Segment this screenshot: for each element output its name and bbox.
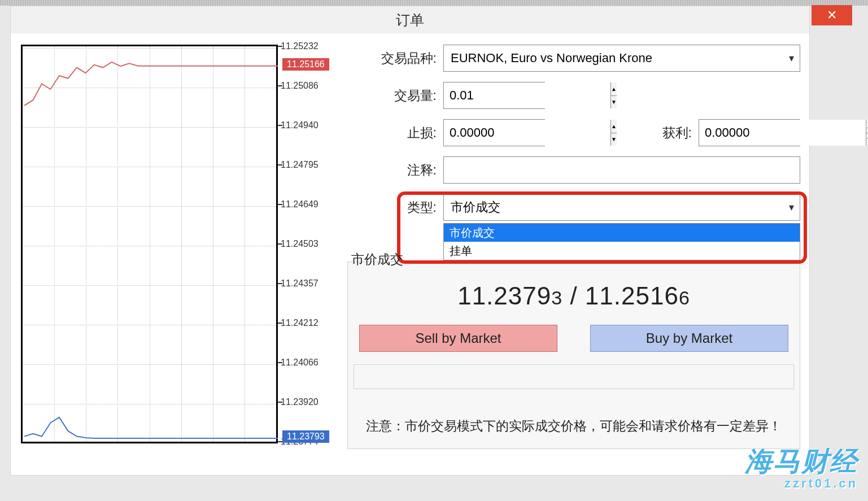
price-quote: 11.23793 / 11.25166 bbox=[354, 282, 794, 310]
takeprofit-label: 获利: bbox=[631, 124, 699, 142]
ask-price-badge: 11.25166 bbox=[282, 58, 329, 71]
status-bar bbox=[354, 364, 794, 389]
y-tick: 11.24357 bbox=[281, 278, 319, 289]
comment-input[interactable] bbox=[443, 156, 800, 184]
type-select[interactable]: 市价成交 ▾ bbox=[443, 194, 800, 221]
symbol-select[interactable]: EURNOK, Euro vs Norwegian Krone ▾ bbox=[443, 45, 800, 72]
chevron-down-icon: ▾ bbox=[789, 201, 794, 214]
order-window: 订单 ✕ 11.2523211.2508611.2494011.2479511.… bbox=[10, 6, 810, 476]
symbol-value: EURNOK, Euro vs Norwegian Krone bbox=[451, 51, 652, 66]
type-dropdown[interactable]: 市价成交挂单 bbox=[443, 223, 800, 260]
volume-label: 交易量: bbox=[347, 87, 443, 104]
volume-down[interactable]: ▼ bbox=[611, 96, 617, 109]
buy-button[interactable]: Buy by Market bbox=[590, 325, 788, 352]
y-tick: 11.24649 bbox=[281, 199, 319, 210]
y-tick: 11.25232 bbox=[281, 41, 319, 51]
titlebar: 订单 bbox=[11, 6, 809, 33]
y-tick: 11.24212 bbox=[281, 318, 319, 328]
takeprofit-stepper[interactable]: ▲ ▼ bbox=[699, 119, 800, 146]
window-title: 订单 bbox=[396, 12, 424, 28]
y-tick: 11.24795 bbox=[281, 160, 319, 170]
market-execution-panel: 市价成交 11.23793 / 11.25166 Sell by Market … bbox=[347, 262, 800, 449]
type-option[interactable]: 挂单 bbox=[444, 242, 800, 260]
bid-price-badge: 11.23793 bbox=[282, 430, 329, 443]
stoploss-up[interactable]: ▲ bbox=[611, 120, 617, 133]
sell-button[interactable]: Sell by Market bbox=[359, 325, 557, 352]
y-tick: 11.23920 bbox=[281, 397, 319, 407]
y-tick: 11.24940 bbox=[281, 120, 319, 130]
type-value: 市价成交 bbox=[451, 199, 500, 216]
stoploss-down[interactable]: ▼ bbox=[611, 133, 617, 146]
comment-label: 注释: bbox=[347, 162, 443, 179]
order-form: 交易品种: EURNOK, Euro vs Norwegian Krone ▾ … bbox=[347, 45, 800, 466]
chart-area bbox=[21, 45, 278, 443]
chevron-down-icon: ▾ bbox=[789, 52, 794, 64]
price-chart: 11.2523211.2508611.2494011.2479511.24649… bbox=[20, 45, 336, 468]
volume-input[interactable] bbox=[444, 82, 610, 108]
stoploss-stepper[interactable]: ▲ ▼ bbox=[443, 119, 545, 146]
volume-stepper[interactable]: ▲ ▼ bbox=[443, 82, 545, 109]
note-text: 注意：市价交易模式下的实际成交价格，可能会和请求价格有一定差异！ bbox=[354, 417, 794, 435]
close-button[interactable]: ✕ bbox=[812, 5, 852, 25]
type-label: 类型: bbox=[347, 199, 443, 216]
symbol-label: 交易品种: bbox=[347, 50, 443, 67]
y-tick: 11.24066 bbox=[281, 358, 319, 368]
close-icon: ✕ bbox=[827, 8, 837, 23]
type-option[interactable]: 市价成交 bbox=[444, 224, 800, 242]
y-tick: 11.24503 bbox=[281, 239, 319, 249]
stoploss-label: 止损: bbox=[347, 124, 443, 142]
y-tick: 11.25086 bbox=[281, 81, 319, 91]
volume-up[interactable]: ▲ bbox=[611, 82, 617, 96]
stoploss-input[interactable] bbox=[444, 120, 610, 146]
takeprofit-input[interactable] bbox=[699, 120, 866, 146]
